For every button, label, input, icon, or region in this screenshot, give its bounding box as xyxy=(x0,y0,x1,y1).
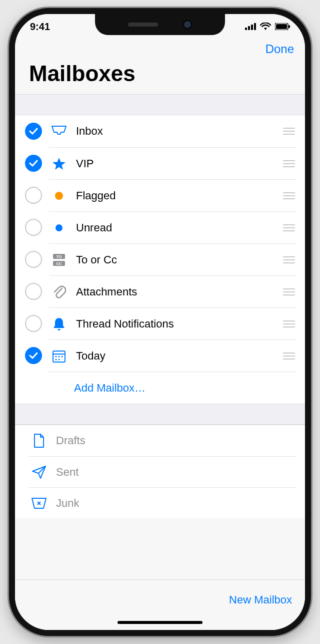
checkbox[interactable] xyxy=(25,219,42,236)
mailbox-row[interactable]: Thread Notifications xyxy=(15,307,305,340)
svg-rect-5 xyxy=(276,24,287,29)
junk-icon xyxy=(29,497,49,509)
star-icon xyxy=(49,157,69,171)
mailbox-label: Attachments xyxy=(76,285,282,298)
svg-text:CC: CC xyxy=(56,261,62,266)
clip-icon xyxy=(49,284,69,299)
unread-icon xyxy=(49,223,69,232)
add-mailbox-label[interactable]: Add Mailbox… xyxy=(74,382,296,395)
svg-point-7 xyxy=(55,192,63,200)
checkbox[interactable] xyxy=(25,283,42,300)
drag-handle-icon[interactable] xyxy=(282,128,296,135)
add-mailbox-row[interactable]: Add Mailbox… xyxy=(15,372,305,404)
page-title: Mailboxes xyxy=(15,59,305,94)
drag-handle-icon[interactable] xyxy=(282,192,296,199)
folder-row[interactable]: Sent xyxy=(15,456,305,487)
mailbox-row[interactable]: Today xyxy=(15,340,305,372)
folder-row[interactable]: Drafts xyxy=(15,425,305,456)
drag-handle-icon[interactable] xyxy=(282,353,296,360)
svg-point-19 xyxy=(58,359,60,360)
nav-bar: Done xyxy=(15,39,305,59)
checkbox[interactable] xyxy=(25,187,42,204)
mailbox-list: Inbox VIP Flagged Unread TOCC To or Cc xyxy=(15,115,305,404)
battery-icon xyxy=(275,23,290,30)
svg-rect-3 xyxy=(254,23,256,30)
done-button[interactable]: Done xyxy=(266,42,294,56)
mailbox-row[interactable]: TOCC To or Cc xyxy=(15,243,305,275)
tocc-icon: TOCC xyxy=(49,253,69,267)
svg-point-16 xyxy=(58,356,60,357)
svg-point-8 xyxy=(56,224,62,231)
front-camera xyxy=(183,20,192,29)
flag-icon xyxy=(49,191,69,201)
section-spacer xyxy=(15,404,305,425)
mailbox-label: Today xyxy=(76,350,282,363)
svg-point-17 xyxy=(62,356,63,357)
folder-label: Sent xyxy=(56,466,296,479)
section-spacer xyxy=(15,94,305,115)
svg-point-15 xyxy=(56,356,57,357)
mailbox-label: To or Cc xyxy=(76,253,282,266)
drag-handle-icon[interactable] xyxy=(282,160,296,167)
home-indicator[interactable] xyxy=(118,621,202,624)
plane-icon xyxy=(29,465,49,479)
checkbox[interactable] xyxy=(25,251,42,268)
svg-rect-0 xyxy=(245,28,247,30)
folder-row[interactable]: Junk xyxy=(15,487,305,518)
screen: 9:41 Done Mailboxes In xyxy=(15,14,305,630)
mailbox-label: Thread Notifications xyxy=(76,317,282,331)
checkbox[interactable] xyxy=(25,123,42,140)
svg-text:TO: TO xyxy=(56,254,62,259)
calendar-icon xyxy=(49,349,69,363)
inbox-icon xyxy=(49,125,69,137)
mailbox-row[interactable]: Attachments xyxy=(15,275,305,307)
checkbox[interactable] xyxy=(25,155,42,172)
drag-handle-icon[interactable] xyxy=(282,224,296,231)
svg-rect-2 xyxy=(251,25,253,30)
mailbox-label: Flagged xyxy=(76,189,282,202)
svg-rect-6 xyxy=(288,25,290,28)
folder-label: Drafts xyxy=(56,434,296,447)
phone-frame: 9:41 Done Mailboxes In xyxy=(9,8,311,636)
mailbox-row[interactable]: Flagged xyxy=(15,179,305,211)
mailbox-row[interactable]: Unread xyxy=(15,211,305,243)
wifi-icon xyxy=(260,23,271,31)
checkbox[interactable] xyxy=(25,347,42,364)
svg-point-18 xyxy=(56,359,57,360)
checkbox[interactable] xyxy=(25,315,42,332)
mailbox-row[interactable]: VIP xyxy=(15,147,305,179)
folder-list: Drafts Sent Junk xyxy=(15,425,305,518)
doc-icon xyxy=(29,433,49,448)
mailbox-row[interactable]: Inbox xyxy=(15,115,305,147)
drag-handle-icon[interactable] xyxy=(282,288,296,295)
mailbox-label: Unread xyxy=(76,221,282,234)
speaker xyxy=(128,23,158,27)
bell-icon xyxy=(49,316,69,332)
svg-rect-1 xyxy=(248,26,250,30)
drag-handle-icon[interactable] xyxy=(282,320,296,328)
cellular-icon xyxy=(245,23,256,30)
folder-label: Junk xyxy=(56,497,296,510)
mailbox-label: VIP xyxy=(76,157,282,170)
notch xyxy=(95,14,225,35)
drag-handle-icon[interactable] xyxy=(282,256,296,263)
mailbox-label: Inbox xyxy=(76,125,282,138)
status-time: 9:41 xyxy=(30,21,50,33)
new-mailbox-button[interactable]: New Mailbox xyxy=(229,593,292,606)
